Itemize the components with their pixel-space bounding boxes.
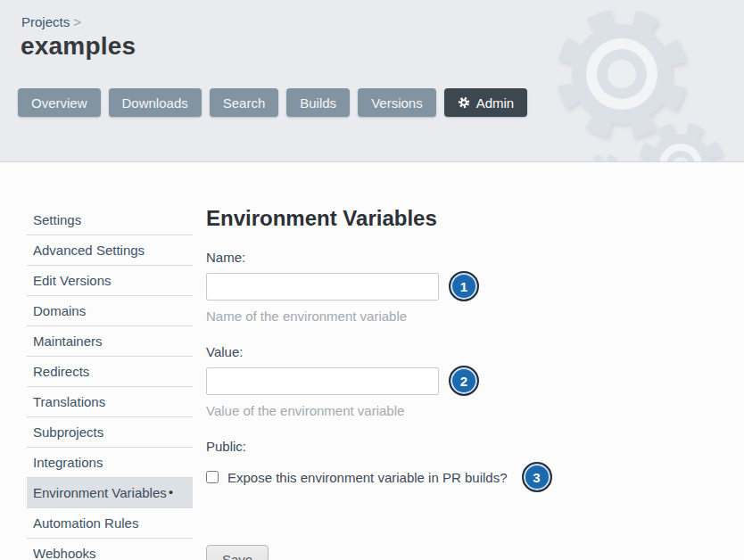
active-item-bullet: ● (169, 489, 173, 497)
sidebar-item-webhooks[interactable]: Webhooks (27, 539, 193, 560)
project-header: Projects> examples Overview Downloads Se… (0, 0, 744, 162)
breadcrumb-projects-link[interactable]: Projects (21, 14, 70, 29)
section-title: Environment Variables (206, 207, 723, 230)
value-helper-text: Value of the environment variable (206, 403, 723, 418)
tab-overview[interactable]: Overview (18, 88, 101, 117)
sidebar-item-settings[interactable]: Settings (27, 205, 193, 235)
name-field-group: Name: 1 Name of the environment variable (206, 250, 723, 324)
tab-admin-label: Admin (476, 95, 515, 111)
admin-sidebar: Settings Advanced Settings Edit Versions… (27, 205, 193, 560)
sidebar-item-translations[interactable]: Translations (27, 387, 193, 417)
public-checkbox[interactable] (206, 471, 219, 483)
public-checkbox-label[interactable]: Expose this environment variable in PR b… (227, 470, 508, 485)
sidebar-item-redirects[interactable]: Redirects (27, 357, 193, 387)
sidebar-item-maintainers[interactable]: Maintainers (27, 326, 193, 357)
sidebar-item-advanced-settings[interactable]: Advanced Settings (27, 235, 193, 266)
project-admin-page: Projects> examples Overview Downloads Se… (0, 0, 744, 560)
step-badge-3: 3 (522, 462, 552, 492)
tab-search[interactable]: Search (210, 88, 279, 117)
sidebar-item-integrations[interactable]: Integrations (27, 448, 193, 478)
small-gear-icon (586, 156, 624, 162)
sidebar-item-subprojects[interactable]: Subprojects (27, 417, 193, 448)
sidebar-item-environment-variables[interactable]: Environment Variables● (27, 478, 193, 508)
sidebar-item-edit-versions[interactable]: Edit Versions (27, 266, 193, 296)
gear-icon (458, 96, 470, 109)
page-title: examples (21, 32, 136, 61)
tab-builds[interactable]: Builds (286, 88, 350, 117)
value-field-group: Value: 2 Value of the environment variab… (206, 344, 723, 418)
tab-downloads[interactable]: Downloads (109, 88, 202, 117)
public-label: Public: (206, 439, 723, 454)
tab-versions[interactable]: Versions (358, 88, 436, 117)
sidebar-item-domains[interactable]: Domains (27, 296, 193, 326)
name-label: Name: (206, 250, 723, 265)
gears-decoration (530, 0, 744, 162)
large-gear-icon (556, 8, 687, 139)
save-button[interactable]: Save (206, 545, 269, 560)
tab-admin[interactable]: Admin (444, 88, 528, 117)
step-badge-1: 1 (449, 271, 479, 301)
sidebar-item-automation-rules[interactable]: Automation Rules (27, 508, 193, 539)
public-field-group: Public: Expose this environment variable… (206, 439, 723, 492)
name-input[interactable] (206, 273, 439, 301)
name-helper-text: Name of the environment variable (206, 309, 723, 324)
environment-variables-form: Environment Variables Name: 1 Name of th… (206, 207, 723, 560)
breadcrumb: Projects> (21, 14, 81, 29)
step-badge-2: 2 (449, 366, 479, 396)
project-tabs: Overview Downloads Search Builds Version… (18, 88, 527, 117)
value-input[interactable] (206, 367, 439, 395)
breadcrumb-separator: > (73, 14, 81, 29)
value-label: Value: (206, 344, 723, 359)
